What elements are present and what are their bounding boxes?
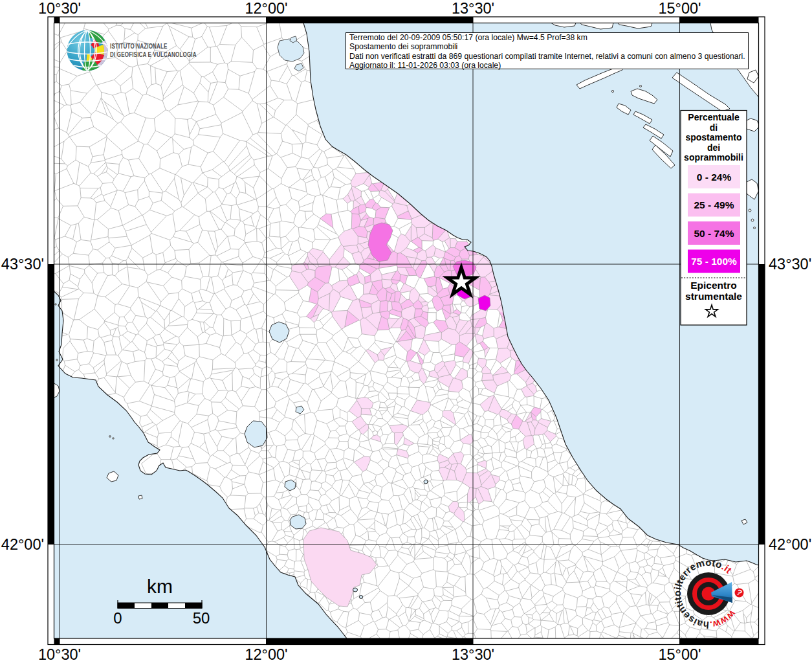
svg-text:12°00': 12°00' [245, 0, 287, 17]
svg-text:75 - 100%: 75 - 100% [691, 256, 737, 267]
svg-text:50 - 74%: 50 - 74% [694, 228, 734, 239]
svg-text:Aggiornato il: 11-01-2026 03:0: Aggiornato il: 11-01-2026 03:03 (ora loc… [349, 61, 501, 70]
svg-text:10°30': 10°30' [38, 646, 81, 663]
svg-text:DI GEOFISICA E VULCANOLOGIA: DI GEOFISICA E VULCANOLOGIA [110, 51, 197, 58]
svg-text:13°30': 13°30' [452, 646, 494, 663]
svg-text:10°30': 10°30' [38, 0, 81, 17]
svg-text:43°30': 43°30' [769, 256, 811, 273]
svg-text:0 - 24%: 0 - 24% [697, 172, 732, 183]
svg-text:ISTITUTO NAZIONALE: ISTITUTO NAZIONALE [110, 43, 168, 50]
svg-text:13°30': 13°30' [452, 0, 494, 17]
svg-text:12°00': 12°00' [245, 646, 287, 663]
svg-text:di: di [710, 122, 718, 133]
svg-text:15°00': 15°00' [658, 646, 701, 663]
svg-text:Terremoto del 20-09-2009 05:50: Terremoto del 20-09-2009 05:50:17 (ora l… [349, 33, 587, 42]
svg-text:0: 0 [113, 609, 122, 627]
svg-text:dei: dei [707, 142, 720, 153]
svg-text:Epicentro: Epicentro [690, 280, 736, 291]
svg-text:Percentuale: Percentuale [688, 112, 740, 122]
svg-text:soprammobili: soprammobili [684, 152, 743, 163]
svg-text:km: km [147, 576, 173, 597]
svg-text:strumentale: strumentale [685, 291, 742, 302]
svg-text:43°30': 43°30' [1, 256, 44, 273]
svg-text:42°00': 42°00' [769, 536, 811, 553]
svg-text:15°00': 15°00' [658, 0, 701, 17]
svg-text:Spostamento dei soprammobili: Spostamento dei soprammobili [349, 42, 457, 51]
svg-text:42°00': 42°00' [1, 536, 44, 553]
svg-text:spostamento: spostamento [685, 132, 741, 142]
svg-text:25 - 49%: 25 - 49% [694, 199, 734, 210]
svg-text:Dati non verificati estratti d: Dati non verificati estratti da 869 ques… [349, 52, 745, 61]
svg-text:50: 50 [193, 609, 210, 627]
